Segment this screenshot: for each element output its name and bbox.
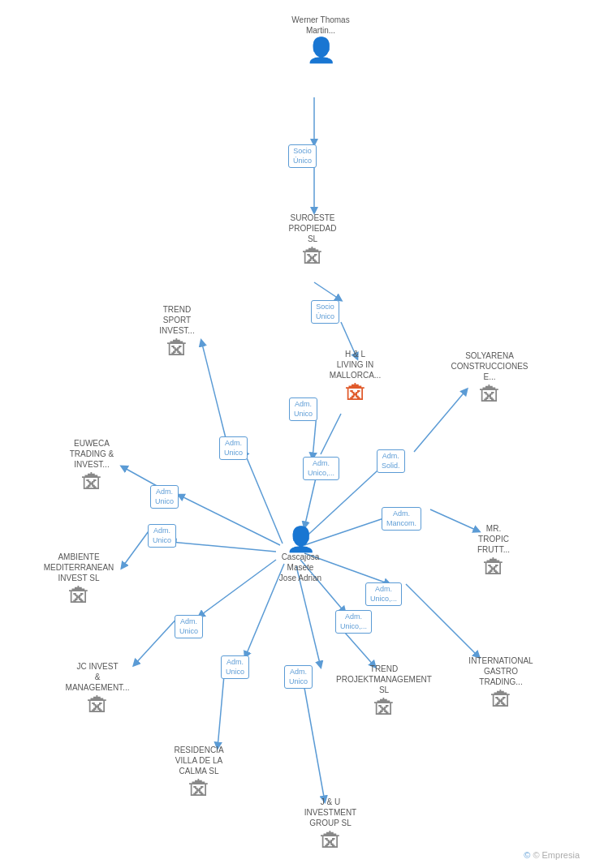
- svg-line-2: [314, 282, 341, 300]
- badge-adm-solyarena[interactable]: Adm.Solid.: [377, 449, 405, 473]
- solyarena-building-icon: 🏚: [478, 385, 501, 407]
- jc-invest-label: JC INVEST&MANAGEMENT...: [66, 661, 130, 693]
- euweca-label: EUWECATRADING &INVEST...: [70, 438, 114, 470]
- trend-projekt-building-icon: 🏚: [373, 698, 395, 720]
- international-building-icon: 🏚: [490, 690, 512, 712]
- svg-line-22: [345, 633, 375, 667]
- node-euweca[interactable]: EUWECATRADING &INVEST... 🏚: [55, 438, 128, 495]
- jau-building-icon: 🏚: [319, 831, 342, 853]
- badge-socio-unico-2[interactable]: SocioÚnico: [311, 300, 339, 324]
- diagram: Werner Thomas Martin... 👤 SocioÚnico SUR…: [0, 0, 591, 868]
- watermark: © © Empresia: [524, 850, 580, 860]
- badge-adm-trend-projekt[interactable]: Adm.Unico,...: [335, 610, 372, 634]
- node-cascajosa[interactable]: 👤 CascajosaMaseteJose Adrian: [260, 527, 341, 586]
- badge-socio-unico-1[interactable]: SocioÚnico: [288, 144, 317, 168]
- badge-adm-hla[interactable]: Adm.Unico,...: [303, 457, 339, 480]
- mr-tropic-building-icon: 🏚: [482, 557, 505, 580]
- hl-label: H & LLIVING INMALLORCA...: [330, 349, 381, 380]
- badge-adm-trend-sport[interactable]: Adm.Unico: [219, 436, 248, 460]
- node-international[interactable]: INTERNATIONALGASTROTRADING... 🏚: [456, 655, 546, 712]
- solyarena-label: SOLYARENACONSTRUCCIONESE...: [451, 350, 528, 382]
- watermark-text: © Empresia: [533, 850, 580, 860]
- badge-adm-international[interactable]: Adm.Unico,...: [365, 582, 402, 606]
- badge-adm-hl[interactable]: Adm.Unico: [289, 397, 317, 421]
- node-trend-sport[interactable]: TRENDSPORTINVEST... 🏚: [145, 304, 209, 361]
- international-label: INTERNATIONALGASTROTRADING...: [468, 655, 533, 687]
- node-jc-invest[interactable]: JC INVEST&MANAGEMENT... 🏚: [57, 661, 138, 718]
- svg-line-21: [304, 688, 325, 801]
- suroeste-building-icon: 🏚: [301, 247, 324, 269]
- copyright-symbol: ©: [524, 850, 530, 860]
- trend-sport-label: TRENDSPORTINVEST...: [159, 304, 194, 336]
- node-suroeste[interactable]: SUROESTEPROPIEDADSL 🏚: [276, 213, 349, 269]
- residencia-building-icon: 🏚: [188, 779, 210, 801]
- badge-adm-jau[interactable]: Adm.Unico: [284, 665, 313, 689]
- node-solyarena[interactable]: SOLYARENACONSTRUCCIONESE... 🏚: [445, 350, 534, 407]
- svg-line-5: [304, 475, 317, 527]
- jc-invest-building-icon: 🏚: [86, 695, 109, 718]
- badge-adm-ambiente[interactable]: Adm.Unico: [148, 524, 176, 548]
- node-mr-tropic[interactable]: MR.TROPICFRUTT... 🏚: [461, 523, 526, 580]
- jau-label: J & UINVESTMENTGROUP SL: [304, 797, 356, 828]
- svg-line-19: [134, 617, 179, 665]
- node-jau[interactable]: J & UINVESTMENTGROUP SL 🏚: [294, 797, 367, 853]
- mr-tropic-label: MR.TROPICFRUTT...: [477, 523, 510, 555]
- hl-building-icon: 🏚: [344, 383, 367, 406]
- svg-line-25: [406, 584, 479, 657]
- ambiente-label: AMBIENTEMEDITERRANEANINVEST SL: [44, 552, 114, 583]
- node-ambiente[interactable]: AMBIENTEMEDITERRANEANINVEST SL 🏚: [34, 552, 123, 608]
- suroeste-label: SUROESTEPROPIEDADSL: [289, 213, 337, 244]
- werner-person-icon: 👤: [306, 38, 336, 62]
- cascajosa-label: CascajosaMaseteJose Adrian: [279, 552, 321, 583]
- euweca-building-icon: 🏚: [80, 472, 103, 495]
- connection-lines: [0, 0, 591, 868]
- node-hl[interactable]: H & LLIVING INMALLORCA... 🏚: [317, 349, 394, 406]
- residencia-label: RESIDENCIAVILLA DE LACALMA SL: [174, 745, 223, 776]
- node-trend-projekt[interactable]: TRENDPROJEKTMANAGEMENTSL 🏚: [339, 664, 429, 720]
- werner-label: Werner Thomas Martin...: [288, 15, 353, 36]
- badge-adm-residencia[interactable]: Adm.Unico: [221, 655, 249, 679]
- trend-sport-building-icon: 🏚: [166, 338, 188, 361]
- svg-line-4: [321, 414, 341, 454]
- cascajosa-person-icon: 👤: [286, 527, 316, 552]
- node-werner[interactable]: Werner Thomas Martin... 👤: [288, 15, 353, 62]
- badge-adm-jc[interactable]: Adm.Unico: [175, 615, 203, 638]
- node-residencia[interactable]: RESIDENCIAVILLA DE LACALMA SL 🏚: [158, 745, 239, 801]
- badge-adm-mr-tropic[interactable]: Adm.Mancom.: [382, 507, 421, 531]
- ambiente-building-icon: 🏚: [67, 586, 90, 608]
- trend-projekt-label: TRENDPROJEKTMANAGEMENTSL: [336, 664, 432, 695]
- badge-adm-euweca[interactable]: Adm.Unico: [150, 485, 179, 509]
